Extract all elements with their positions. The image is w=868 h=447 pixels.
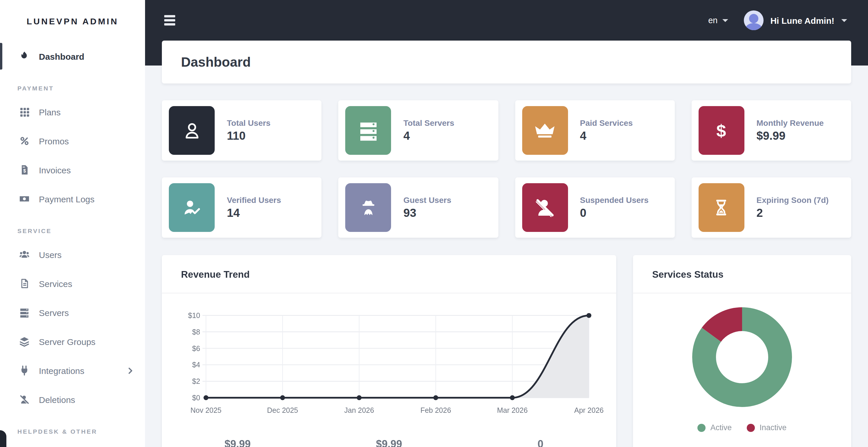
servers-icon [19,307,30,318]
topbar-right: en Hi Lune Admin! [708,10,847,30]
donut-legend: ActiveInactive [698,423,787,432]
stat-label: Monthly Revenue [756,118,824,128]
services-donut-area: ActiveInactive [633,294,851,432]
revenue-line-chart: $0$2$4$6$8$10Nov 2025Dec 2025Jan 2026Feb… [162,294,616,421]
svg-text:Nov 2025: Nov 2025 [190,406,221,414]
language-selector[interactable]: en [708,16,728,25]
chevron-right-icon [126,366,134,375]
sidebar: LUNEVPN ADMIN DashboardPAYMENTPlansPromo… [0,0,145,447]
content-area: Dashboard Total Users110Total Servers4Pa… [145,41,868,447]
sidebar-nav: DashboardPAYMENTPlansPromos$InvoicesPaym… [0,42,145,447]
services-status-title: Services Status [633,255,851,294]
percent-icon [19,135,30,147]
legend-dot [698,423,706,432]
grid-icon [19,106,30,118]
svg-text:Dec 2025: Dec 2025 [267,406,298,414]
chevron-down-icon [722,19,728,22]
stat-card-total-users: Total Users110 [162,100,322,161]
sidebar-item-plans[interactable]: Plans [0,97,145,126]
stat-label: Paid Services [580,118,633,128]
revenue-footer-value: 0 [465,438,616,447]
svg-text:Mar 2026: Mar 2026 [497,406,528,414]
sidebar-item-abuse-events[interactable]: Abuse Events [0,441,145,447]
svg-text:$10: $10 [188,311,200,319]
spy-icon [345,183,391,232]
plug-icon [19,365,30,376]
hourglass-icon [699,183,744,232]
user-slash-icon [522,183,568,232]
crown-icon [522,106,568,155]
sidebar-item-server-groups[interactable]: Server Groups [0,327,145,356]
revenue-trend-title: Revenue Trend [162,255,616,294]
topbar: en Hi Lune Admin! [145,0,868,41]
sidebar-item-invoices[interactable]: $Invoices [0,156,145,184]
stat-cards-grid: Total Users110Total Servers4Paid Service… [162,100,851,238]
app-root: LUNEVPN ADMIN DashboardPAYMENTPlansPromo… [0,0,868,447]
revenue-footer-value: $9.99 [313,438,465,447]
sidebar-item-label: Payment Logs [39,194,95,204]
charts-row: Revenue Trend $0$2$4$6$8$10Nov 2025Dec 2… [162,255,851,447]
money-icon [19,193,30,205]
stat-value: $9.99 [756,129,824,143]
language-label: en [708,16,717,25]
menu-icon[interactable] [163,13,176,28]
stat-value: 2 [756,206,829,220]
sidebar-item-servers[interactable]: Servers [0,298,145,327]
stat-card-total-servers: Total Servers4 [339,100,498,161]
svg-text:$6: $6 [192,344,200,352]
legend-item-inactive[interactable]: Inactive [747,423,786,432]
svg-text:$0: $0 [192,394,200,402]
user-greeting: Hi Lune Admin! [770,15,834,25]
stat-value: 0 [580,206,649,220]
avatar [744,10,763,30]
sidebar-item-label: Servers [39,308,69,317]
sidebar-item-services[interactable]: Services [0,269,145,298]
revenue-footer-stats: $9.99$9.990 [162,438,616,447]
svg-text:Jan 2026: Jan 2026 [344,406,374,414]
stat-value: 4 [404,129,454,143]
sidebar-item-label: Promos [39,136,69,146]
sidebar-item-deletions[interactable]: Deletions [0,385,145,414]
sidebar-item-users[interactable]: Users [0,240,145,269]
legend-item-active[interactable]: Active [698,423,732,432]
sidebar-item-label: Invoices [39,165,71,175]
stat-card-guest-users: Guest Users93 [339,177,498,238]
svg-text:$4: $4 [192,360,200,369]
sidebar-item-dashboard[interactable]: Dashboard [0,42,145,71]
sidebar-item-label: Server Groups [39,337,95,346]
sidebar-item-label: Plans [39,107,61,117]
user-check-icon [169,183,215,232]
stat-card-monthly-revenue: $Monthly Revenue$9.99 [692,100,851,161]
sidebar-section-header: HELPDESK & OTHER [0,414,145,441]
file-icon [19,278,30,289]
sidebar-item-integrations[interactable]: Integrations [0,356,145,385]
page-title: Dashboard [181,54,251,70]
page-title-card: Dashboard [162,41,851,83]
app-logo: LUNEVPN ADMIN [0,0,145,42]
sidebar-item-label: Users [39,250,62,260]
services-donut-chart [691,306,793,410]
stat-label: Total Users [227,118,270,128]
sidebar-section-header: PAYMENT [0,71,145,97]
sidebar-item-promos[interactable]: Promos [0,126,145,156]
stat-value: 14 [227,206,281,220]
sidebar-item-payment-logs[interactable]: Payment Logs [0,184,145,213]
svg-text:$8: $8 [192,328,200,336]
sidebar-item-label: Deletions [39,394,75,404]
user-menu[interactable]: Hi Lune Admin! [744,10,847,30]
person-avatar [749,14,758,23]
svg-text:$: $ [23,168,26,173]
stat-value: 93 [404,206,452,220]
sidebar-item-label: Dashboard [39,51,85,61]
stat-card-suspended-users: Suspended Users0 [515,177,675,238]
legend-label: Active [710,423,732,432]
chevron-down-icon [841,19,847,22]
stat-card-expiring-soon-7d-: Expiring Soon (7d)2 [692,177,851,238]
servers-icon [345,106,391,155]
stat-value: 4 [580,129,633,143]
revenue-trend-card: Revenue Trend $0$2$4$6$8$10Nov 2025Dec 2… [162,255,616,447]
revenue-footer-value: $9.99 [162,438,313,447]
dollar-icon: $ [699,106,744,155]
flame-icon [19,50,30,62]
stat-card-verified-users: Verified Users14 [162,177,322,238]
